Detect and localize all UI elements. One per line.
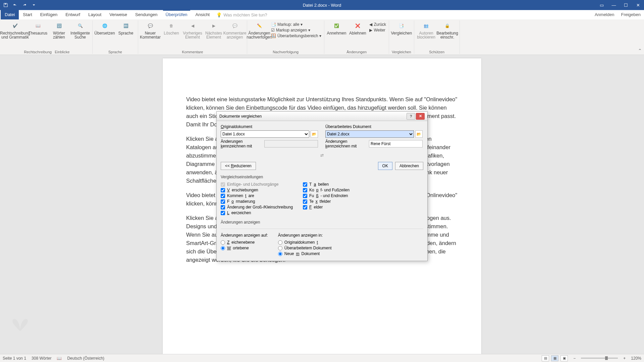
chk-casing[interactable] [221,205,225,209]
chk-comments[interactable] [221,194,225,198]
swap-documents-icon[interactable]: ⇄ [317,152,327,159]
reduce-button[interactable]: << Reduzieren [221,162,256,170]
chk-insdel [221,182,225,187]
revised-document-select[interactable]: Datei 2.docx [325,130,414,138]
dialog-close-icon[interactable]: ✕ [416,113,425,120]
compare-settings-title: Vergleichseinstellungen [221,175,423,179]
show-changes-title: Änderungen anzeigen [221,220,423,225]
ok-button[interactable]: OK [378,162,392,170]
radio-char-level[interactable] [221,240,225,245]
revised-mark-input[interactable] [369,140,423,147]
chk-moves[interactable] [221,188,225,192]
chk-fields[interactable] [303,205,307,209]
browse-revised-icon[interactable]: 📂 [415,130,423,138]
revised-mark-label: Änderungen kennzeichnen mit [325,139,367,148]
chk-whitespace[interactable] [221,211,225,215]
radio-word-level[interactable] [221,246,225,250]
chk-formatting[interactable] [221,199,225,204]
chk-headers[interactable] [303,188,307,192]
radio-show-new[interactable] [278,252,282,256]
compare-dialog: Dokumente vergleichen ? ✕ OOriginaldokum… [216,111,428,261]
original-document-select[interactable]: Datei 1.docx [221,130,309,138]
cancel-button[interactable]: Abbrechen [395,162,423,170]
modal-mask: Dokumente vergleichen ? ✕ OOriginaldokum… [0,0,644,362]
chk-textboxes[interactable] [303,199,307,204]
chk-tables[interactable] [303,182,307,187]
original-mark-label: Änderungen kennzeichnen mit [221,139,262,148]
radio-show-revised[interactable] [278,246,282,250]
original-mark-input [264,140,318,147]
dialog-titlebar[interactable]: Dokumente vergleichen ? ✕ [217,112,427,121]
chk-footnotes[interactable] [303,194,307,198]
dialog-help-icon[interactable]: ? [407,113,415,120]
radio-show-original[interactable] [278,240,282,245]
browse-original-icon[interactable]: 📂 [311,130,318,138]
